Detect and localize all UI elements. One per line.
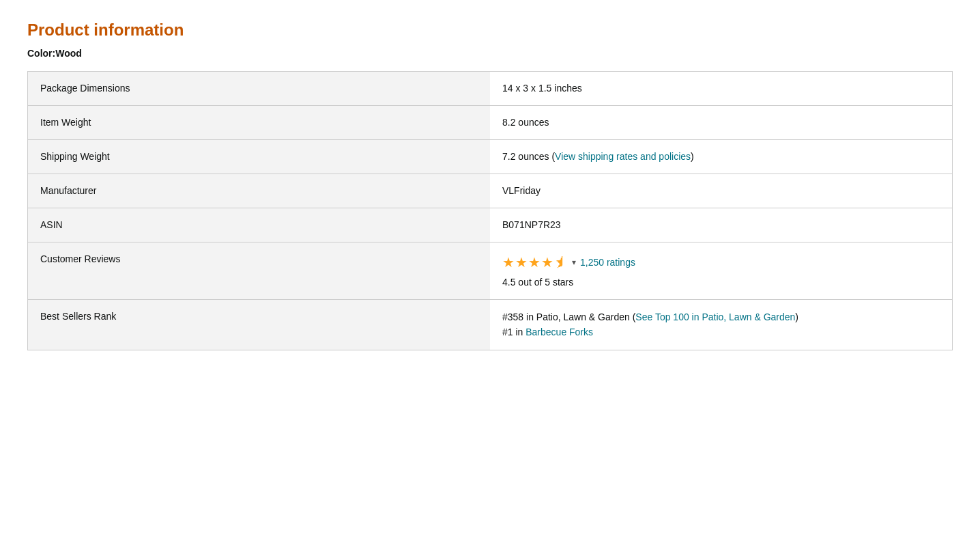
- value-best-sellers-rank: #358 in Patio, Lawn & Garden (See Top 10…: [490, 300, 953, 350]
- label-shipping-weight: Shipping Weight: [28, 140, 491, 174]
- color-label: Color:Wood: [27, 48, 953, 59]
- product-info-table: Package Dimensions 14 x 3 x 1.5 inches I…: [27, 71, 953, 350]
- table-row: Item Weight 8.2 ounces: [28, 106, 953, 140]
- value-shipping-weight: 7.2 ounces (View shipping rates and poli…: [490, 140, 953, 174]
- bsr-top100-link[interactable]: See Top 100 in Patio, Lawn & Garden: [635, 311, 795, 322]
- color-key: Color:: [27, 48, 55, 59]
- rating-dropdown-arrow[interactable]: ▾: [572, 256, 576, 268]
- shipping-rates-link[interactable]: View shipping rates and policies: [555, 151, 691, 162]
- value-asin: B071NP7R23: [490, 208, 953, 242]
- star-rating[interactable]: ★ ★ ★ ★ ⯨: [502, 252, 568, 273]
- table-row: Package Dimensions 14 x 3 x 1.5 inches: [28, 72, 953, 106]
- page-title: Product information: [27, 20, 953, 40]
- star-4: ★: [541, 252, 553, 273]
- rating-text: 4.5 out of 5 stars: [502, 275, 940, 290]
- label-manufacturer: Manufacturer: [28, 174, 491, 208]
- bsr-category-link[interactable]: Barbecue Forks: [525, 327, 593, 337]
- table-row: Shipping Weight 7.2 ounces (View shippin…: [28, 140, 953, 174]
- value-package-dimensions: 14 x 3 x 1.5 inches: [490, 72, 953, 106]
- label-best-sellers-rank: Best Sellers Rank: [28, 300, 491, 350]
- value-manufacturer: VLFriday: [490, 174, 953, 208]
- ratings-count-link[interactable]: 1,250 ratings: [580, 255, 635, 270]
- bsr-line2: #1 in Barbecue Forks: [502, 324, 940, 339]
- label-package-dimensions: Package Dimensions: [28, 72, 491, 106]
- star-2: ★: [515, 252, 528, 273]
- star-5-half: ⯨: [554, 252, 568, 273]
- star-3: ★: [528, 252, 541, 273]
- table-row: Manufacturer VLFriday: [28, 174, 953, 208]
- color-value: Wood: [55, 48, 82, 59]
- label-item-weight: Item Weight: [28, 106, 491, 140]
- bsr-content: #358 in Patio, Lawn & Garden (See Top 10…: [502, 309, 940, 340]
- table-row: ASIN B071NP7R23: [28, 208, 953, 242]
- label-customer-reviews: Customer Reviews: [28, 242, 491, 300]
- value-item-weight: 8.2 ounces: [490, 106, 953, 140]
- value-customer-reviews: ★ ★ ★ ★ ⯨ ▾ 1,250 ratings 4.5 out of 5 s…: [490, 242, 953, 300]
- table-row: Best Sellers Rank #358 in Patio, Lawn & …: [28, 300, 953, 350]
- star-1: ★: [502, 252, 515, 273]
- label-asin: ASIN: [28, 208, 491, 242]
- table-row: Customer Reviews ★ ★ ★ ★ ⯨ ▾ 1,250 ratin…: [28, 242, 953, 300]
- bsr-line1: #358 in Patio, Lawn & Garden (See Top 10…: [502, 309, 940, 324]
